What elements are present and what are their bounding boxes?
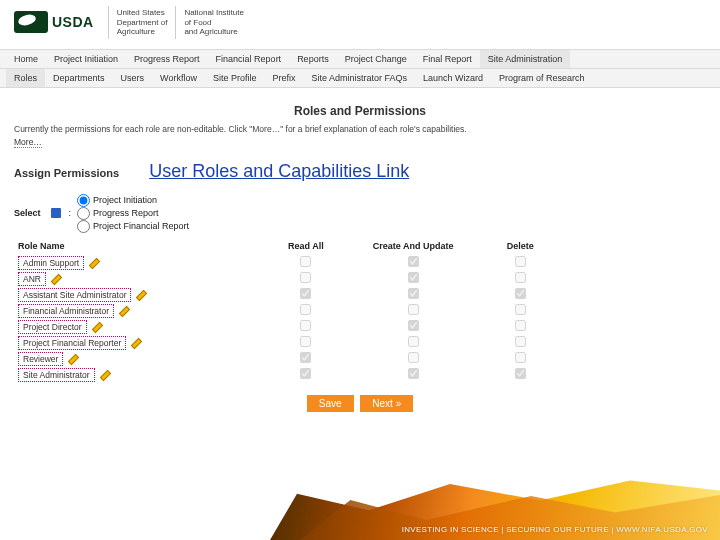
perm-delete-checkbox xyxy=(515,304,526,315)
nav-primary-progress-report[interactable]: Progress Report xyxy=(126,50,208,68)
perm-delete-checkbox xyxy=(515,288,526,299)
role-name: Assistant Site Administrator xyxy=(18,288,131,302)
col-delete: Delete xyxy=(467,239,574,255)
edit-icon[interactable] xyxy=(88,257,99,268)
app-header: USDA United States Department of Agricul… xyxy=(0,0,720,49)
select-row: Select : Project InitiationProgress Repo… xyxy=(14,194,706,233)
table-row: Assistant Site Administrator xyxy=(14,287,574,303)
perm-delete-checkbox xyxy=(515,336,526,347)
intro-text: Currently the permissions for each role … xyxy=(14,124,706,134)
table-row: Admin Support xyxy=(14,255,574,271)
perm-delete-checkbox xyxy=(515,272,526,283)
role-name: Reviewer xyxy=(18,352,63,366)
table-row: Financial Administrator xyxy=(14,303,574,319)
nav-primary-financial-report[interactable]: Financial Report xyxy=(208,50,290,68)
nav-primary-reports[interactable]: Reports xyxy=(289,50,337,68)
nav-primary-site-administration[interactable]: Site Administration xyxy=(480,50,571,68)
footer-tagline: INVESTING IN SCIENCE | SECURING OUR FUTU… xyxy=(402,525,708,534)
role-name: Admin Support xyxy=(18,256,84,270)
perm-create-checkbox xyxy=(408,352,419,363)
footer-art: INVESTING IN SCIENCE | SECURING OUR FUTU… xyxy=(0,474,720,540)
perm-delete-checkbox xyxy=(515,320,526,331)
role-name: Site Administrator xyxy=(18,368,95,382)
nav-secondary-workflow[interactable]: Workflow xyxy=(152,69,205,87)
assign-permissions-label: Assign Permissions xyxy=(14,167,119,179)
nav-secondary-site-profile[interactable]: Site Profile xyxy=(205,69,265,87)
user-roles-capabilities-link[interactable]: User Roles and Capabilities Link xyxy=(149,161,409,182)
dept-usda: United States Department of Agriculture xyxy=(108,6,176,39)
select-colon: : xyxy=(69,208,72,218)
perm-read-checkbox xyxy=(300,288,311,299)
nav-secondary-launch-wizard[interactable]: Launch Wizard xyxy=(415,69,491,87)
table-row: Reviewer xyxy=(14,351,574,367)
more-link[interactable]: More… xyxy=(14,137,42,148)
perm-create-checkbox xyxy=(408,304,419,315)
edit-icon[interactable] xyxy=(135,289,146,300)
select-label: Select xyxy=(14,208,41,218)
role-name: Project Financial Reporter xyxy=(18,336,126,350)
usda-mark-icon xyxy=(14,11,48,33)
nav-secondary-users[interactable]: Users xyxy=(113,69,153,87)
perm-delete-checkbox xyxy=(515,368,526,379)
select-option-project-initiation[interactable]: Project Initiation xyxy=(77,194,189,207)
edit-icon[interactable] xyxy=(91,321,102,332)
perm-read-checkbox xyxy=(300,368,311,379)
dept-nifa: National Institute of Food and Agricultu… xyxy=(175,6,252,39)
select-radio[interactable] xyxy=(77,194,90,207)
perm-read-checkbox xyxy=(300,320,311,331)
perm-create-checkbox xyxy=(408,256,419,267)
perm-delete-checkbox xyxy=(515,352,526,363)
table-row: Site Administrator xyxy=(14,367,574,383)
edit-icon[interactable] xyxy=(118,305,129,316)
edit-icon[interactable] xyxy=(99,369,110,380)
role-name: Financial Administrator xyxy=(18,304,114,318)
select-option-project-financial-report[interactable]: Project Financial Report xyxy=(77,220,189,233)
role-name: ANR xyxy=(18,272,46,286)
usda-logo-text: USDA xyxy=(52,14,94,30)
perm-read-checkbox xyxy=(300,256,311,267)
select-option-progress-report[interactable]: Progress Report xyxy=(77,207,189,220)
edit-icon[interactable] xyxy=(67,353,78,364)
nav-primary-project-change[interactable]: Project Change xyxy=(337,50,415,68)
perm-create-checkbox xyxy=(408,368,419,379)
select-indicator-icon xyxy=(51,208,61,218)
perm-create-checkbox xyxy=(408,288,419,299)
nav-secondary-prefix[interactable]: Prefix xyxy=(264,69,303,87)
permissions-table: Role Name Read All Create And Update Del… xyxy=(14,239,574,383)
role-name: Project Director xyxy=(18,320,87,334)
col-create-update: Create And Update xyxy=(360,239,467,255)
page-body: Roles and Permissions Currently the perm… xyxy=(0,88,720,412)
usda-logo: USDA xyxy=(14,11,94,33)
select-radio[interactable] xyxy=(77,207,90,220)
perm-read-checkbox xyxy=(300,304,311,315)
secondary-nav: RolesDepartmentsUsersWorkflowSite Profil… xyxy=(0,69,720,88)
nav-primary-final-report[interactable]: Final Report xyxy=(415,50,480,68)
perm-create-checkbox xyxy=(408,336,419,347)
col-role-name: Role Name xyxy=(14,239,252,255)
select-radio[interactable] xyxy=(77,220,90,233)
perm-delete-checkbox xyxy=(515,256,526,267)
edit-icon[interactable] xyxy=(130,337,141,348)
nav-secondary-departments[interactable]: Departments xyxy=(45,69,113,87)
primary-nav: HomeProject InitiationProgress ReportFin… xyxy=(0,49,720,69)
table-row: Project Director xyxy=(14,319,574,335)
save-button[interactable]: Save xyxy=(307,395,354,412)
nav-primary-home[interactable]: Home xyxy=(6,50,46,68)
perm-read-checkbox xyxy=(300,272,311,283)
table-row: ANR xyxy=(14,271,574,287)
table-row: Project Financial Reporter xyxy=(14,335,574,351)
next-button[interactable]: Next » xyxy=(360,395,413,412)
edit-icon[interactable] xyxy=(50,273,61,284)
assign-row: Assign Permissions User Roles and Capabi… xyxy=(14,161,706,182)
page-title: Roles and Permissions xyxy=(14,104,706,118)
perm-create-checkbox xyxy=(408,272,419,283)
nav-primary-project-initiation[interactable]: Project Initiation xyxy=(46,50,126,68)
perm-read-checkbox xyxy=(300,352,311,363)
nav-secondary-site-administrator-faqs[interactable]: Site Administrator FAQs xyxy=(303,69,415,87)
nav-secondary-roles[interactable]: Roles xyxy=(6,69,45,87)
col-read-all: Read All xyxy=(252,239,359,255)
perm-create-checkbox xyxy=(408,320,419,331)
nav-secondary-program-of-research[interactable]: Program of Research xyxy=(491,69,593,87)
button-row: Save Next » xyxy=(14,395,706,412)
perm-read-checkbox xyxy=(300,336,311,347)
